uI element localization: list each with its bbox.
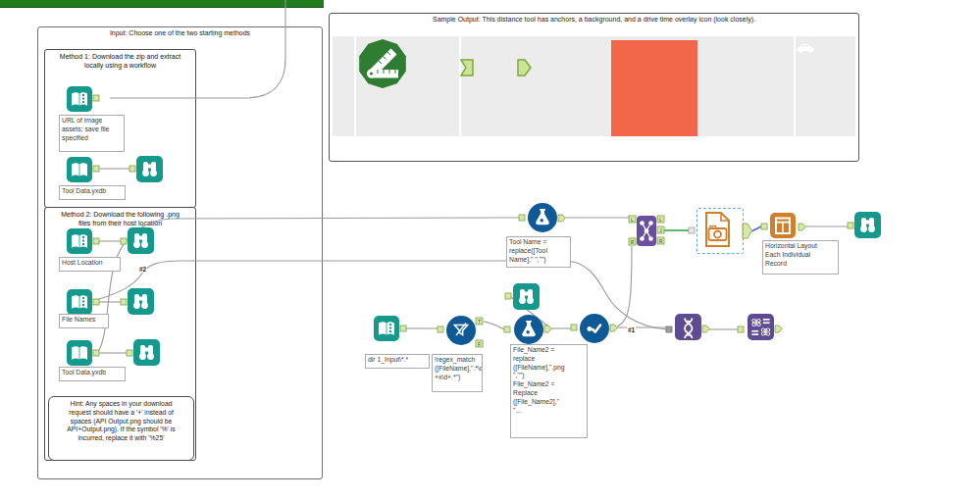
formula-tool-toolname[interactable]	[528, 203, 557, 232]
annotation-tooldata1[interactable]: Tool Data.yxdb	[59, 185, 126, 200]
input-anchor	[738, 326, 744, 332]
browse-tool[interactable]	[513, 283, 540, 310]
workflow-canvas[interactable]: Input: Choose one of the two starting me…	[0, 0, 980, 501]
anchor-letter: R	[631, 239, 635, 245]
anchor-letter: F	[478, 341, 481, 347]
connection-number-2: #2	[138, 266, 147, 273]
hint-comment-box[interactable]: Hint: Any spaces in your download reques…	[48, 396, 194, 461]
input-anchor-gray[interactable]	[689, 227, 695, 233]
output-anchor	[93, 299, 99, 305]
annotation-host-location[interactable]: Host Location	[59, 257, 121, 272]
anchor-letter: L	[659, 217, 662, 223]
input-anchor	[121, 299, 127, 305]
annotation-formula2[interactable]: File_Name2 = replace ([FileName],".png "…	[510, 344, 588, 438]
image-tool[interactable]	[698, 210, 740, 250]
annotation-url[interactable]: URL of image assets; save file specified	[59, 115, 125, 152]
join-tool[interactable]	[637, 216, 656, 246]
output-anchor	[93, 238, 99, 244]
input-anchor	[505, 293, 511, 299]
anchor-letter: T	[478, 319, 481, 325]
output-anchor	[775, 326, 782, 332]
browse-tool[interactable]	[128, 288, 154, 315]
connection-wire	[110, 0, 285, 98]
input-anchor	[848, 223, 853, 228]
input-data-tool-file-names[interactable]	[67, 289, 92, 315]
output-anchor	[799, 224, 805, 230]
input-data-tool-tooldata2[interactable]	[67, 340, 92, 366]
browse-tool[interactable]	[854, 212, 881, 238]
annotation-layout[interactable]: Horizontal Layout Each Individual Record	[762, 240, 839, 275]
unique-tool[interactable]	[580, 314, 609, 343]
input-data-tool-url[interactable]	[67, 86, 92, 112]
input-anchor	[504, 326, 510, 332]
browse-tool[interactable]	[133, 339, 160, 366]
anchor-letter: R	[659, 238, 663, 244]
filter-tool-regex[interactable]	[446, 316, 476, 345]
connections[interactable]	[99, 0, 848, 353]
output-anchor	[558, 215, 565, 222]
connection-wire	[484, 322, 505, 329]
input-data-tool-host-location[interactable]	[67, 228, 92, 254]
annotation-regex[interactable]: !regex_match ([FileName],".*\d +x\d+.*")	[432, 354, 483, 392]
dna-helix-tool[interactable]	[675, 314, 701, 340]
input-anchor	[121, 238, 127, 244]
annotation-tooldata2[interactable]: Tool Data.yxdb	[59, 367, 126, 381]
connection-wire-selected-blue[interactable]	[751, 226, 761, 231]
input-anchor	[519, 215, 525, 221]
formula-tool-filename2[interactable]	[514, 315, 543, 344]
output-anchor	[610, 325, 617, 331]
browse-tool[interactable]	[136, 156, 163, 182]
input-anchor	[438, 326, 443, 332]
input-anchor	[127, 350, 132, 356]
output-anchor	[93, 166, 99, 172]
layout-tool[interactable]	[770, 213, 796, 238]
output-anchor	[702, 326, 709, 332]
browse-tool[interactable]	[128, 227, 154, 254]
output-anchor	[544, 326, 551, 332]
input-data-tool-tooldata1[interactable]	[67, 157, 92, 182]
input-anchor-gray[interactable]	[666, 326, 672, 332]
atom-equals-tool[interactable]	[748, 314, 774, 340]
output-anchor	[93, 350, 99, 356]
input-anchor	[761, 224, 767, 229]
output-anchor	[93, 95, 99, 101]
input-data-tool-dir[interactable]	[374, 316, 399, 341]
annotation-dir-input[interactable]: dir 1_Input\*.*	[365, 354, 430, 369]
annotation-formula1[interactable]: Tool Name = replace([Tool Name]," ","")	[506, 236, 571, 268]
input-anchor	[129, 166, 135, 172]
output-anchor	[743, 224, 752, 238]
output-anchor	[400, 326, 406, 331]
anchor-letter: L	[631, 217, 634, 223]
annotation-file-names[interactable]: File Names	[59, 314, 109, 328]
input-anchor	[571, 325, 577, 330]
connection-number-1: #1	[627, 326, 636, 333]
